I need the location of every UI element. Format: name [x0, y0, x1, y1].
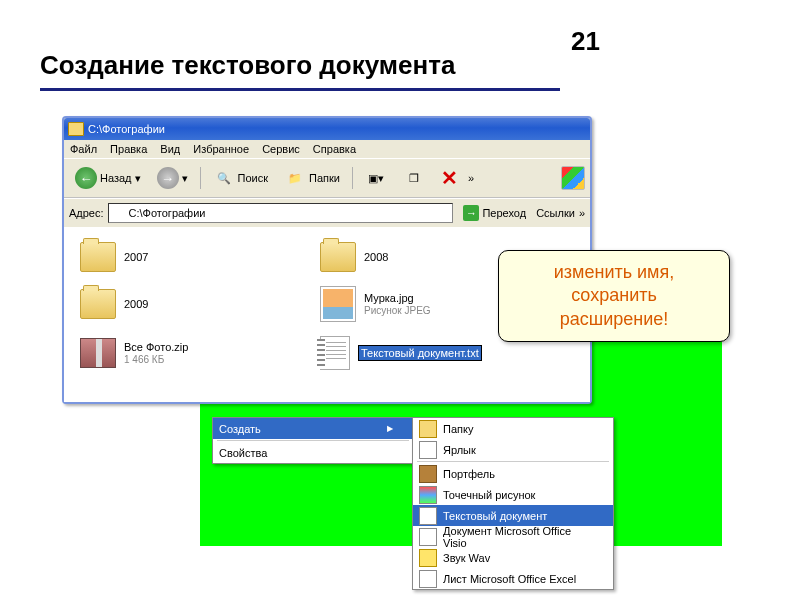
- visio-icon: [419, 528, 437, 546]
- folder-icon: [80, 242, 116, 272]
- folder-icon: [113, 208, 125, 218]
- window-title: C:\Фотографии: [88, 123, 165, 135]
- separator: [352, 167, 353, 189]
- context-menu-main: Создать ▶ Свойства: [212, 417, 414, 464]
- overflow-icon[interactable]: »: [468, 172, 474, 184]
- menu-label: Звук Wav: [443, 552, 593, 564]
- image-icon: [320, 286, 356, 322]
- excel-icon: [419, 570, 437, 588]
- menu-separator: [217, 440, 409, 441]
- file-name: Мурка.jpg: [364, 292, 414, 304]
- menu-label: Свойства: [219, 447, 393, 459]
- menu-item-properties[interactable]: Свойства: [213, 442, 413, 463]
- address-bar: Адрес: C:\Фотографии → Переход Ссылки »: [64, 198, 590, 228]
- menu-tools[interactable]: Сервис: [262, 143, 300, 155]
- folders-icon: 📁: [284, 167, 306, 189]
- folders-button[interactable]: 📁 Папки: [278, 164, 346, 192]
- back-label: Назад: [100, 172, 132, 184]
- back-arrow-icon: ←: [75, 167, 97, 189]
- menu-file[interactable]: Файл: [70, 143, 97, 155]
- menubar: Файл Правка Вид Избранное Сервис Справка: [64, 140, 590, 159]
- folders-label: Папки: [309, 172, 340, 184]
- text-doc-icon: [419, 507, 437, 525]
- views-icon: ▣▾: [365, 167, 387, 189]
- menu-label: Ярлык: [443, 444, 593, 456]
- menu-separator: [417, 461, 609, 462]
- go-label: Переход: [482, 207, 526, 219]
- search-icon: 🔍: [213, 167, 235, 189]
- links-label[interactable]: Ссылки: [536, 207, 575, 219]
- menu-label: Текстовый документ: [443, 510, 593, 522]
- folder-icon: [68, 122, 84, 136]
- delete-button[interactable]: ✕: [435, 163, 464, 193]
- titlebar[interactable]: C:\Фотографии: [64, 118, 590, 140]
- file-text: Мурка.jpg Рисунок JPEG: [364, 292, 431, 316]
- address-label: Адрес:: [69, 207, 104, 219]
- go-icon: →: [463, 205, 479, 221]
- folder-item[interactable]: 2007: [80, 242, 320, 272]
- chevron-down-icon: ▾: [135, 172, 141, 185]
- submenu-item-visio[interactable]: Документ Microsoft Office Visio: [413, 526, 613, 547]
- file-name: 2007: [124, 251, 148, 263]
- views-button[interactable]: ▣▾: [359, 164, 393, 192]
- forward-button[interactable]: → ▾: [151, 164, 194, 192]
- menu-view[interactable]: Вид: [160, 143, 180, 155]
- menu-favorites[interactable]: Избранное: [193, 143, 249, 155]
- go-button[interactable]: → Переход: [457, 202, 532, 224]
- sync-icon: ❐: [403, 167, 425, 189]
- overflow-icon[interactable]: »: [579, 207, 585, 219]
- submenu-arrow-icon: ▶: [387, 424, 393, 433]
- menu-label: Создать: [219, 423, 381, 435]
- search-button[interactable]: 🔍 Поиск: [207, 164, 274, 192]
- bitmap-icon: [419, 486, 437, 504]
- file-name: Все Фото.zip: [124, 341, 188, 353]
- file-subtitle: Рисунок JPEG: [364, 305, 431, 316]
- menu-item-create[interactable]: Создать ▶: [213, 418, 413, 439]
- zip-item[interactable]: Все Фото.zip 1 466 КБ: [80, 336, 320, 370]
- submenu-item-shortcut[interactable]: Ярлык: [413, 439, 613, 460]
- folder-item[interactable]: 2009: [80, 286, 320, 322]
- submenu-item-bitmap[interactable]: Точечный рисунок: [413, 484, 613, 505]
- menu-label: Портфель: [443, 468, 593, 480]
- menu-edit[interactable]: Правка: [110, 143, 147, 155]
- wav-icon: [419, 549, 437, 567]
- file-subtitle: 1 466 КБ: [124, 354, 164, 365]
- address-value: C:\Фотографии: [129, 207, 206, 219]
- submenu-item-excel[interactable]: Лист Microsoft Office Excel: [413, 568, 613, 589]
- submenu-item-text-document[interactable]: Текстовый документ: [413, 505, 613, 526]
- context-menu-new: Папку Ярлык Портфель Точечный рисунок Те…: [412, 417, 614, 590]
- address-input[interactable]: C:\Фотографии: [108, 203, 454, 223]
- close-icon: ✕: [441, 166, 458, 190]
- submenu-item-briefcase[interactable]: Портфель: [413, 463, 613, 484]
- page-title: Создание текстового документа: [40, 50, 455, 81]
- folder-icon: [320, 242, 356, 272]
- zip-icon: [80, 338, 116, 368]
- menu-label: Точечный рисунок: [443, 489, 593, 501]
- file-name-editing[interactable]: Текстовый документ.txt: [358, 345, 482, 361]
- forward-arrow-icon: →: [157, 167, 179, 189]
- file-name: 2009: [124, 298, 148, 310]
- briefcase-icon: [419, 465, 437, 483]
- file-name: 2008: [364, 251, 388, 263]
- callout-bubble: изменить имя, сохранить расширение!: [498, 250, 730, 342]
- menu-label: Лист Microsoft Office Excel: [443, 573, 593, 585]
- callout-line: сохранить: [571, 285, 657, 305]
- search-label: Поиск: [238, 172, 268, 184]
- submenu-item-wav[interactable]: Звук Wav: [413, 547, 613, 568]
- callout-line: расширение!: [560, 309, 669, 329]
- submenu-item-folder[interactable]: Папку: [413, 418, 613, 439]
- menu-label: Документ Microsoft Office Visio: [443, 525, 593, 549]
- back-button[interactable]: ← Назад ▾: [69, 164, 147, 192]
- separator: [200, 167, 201, 189]
- file-text: Все Фото.zip 1 466 КБ: [124, 341, 188, 365]
- windows-flag-icon: [561, 166, 585, 190]
- menu-help[interactable]: Справка: [313, 143, 356, 155]
- sync-button[interactable]: ❐: [397, 164, 431, 192]
- toolbar: ← Назад ▾ → ▾ 🔍 Поиск 📁 Папки ▣▾ ❐ ✕ »: [64, 159, 590, 198]
- menu-label: Папку: [443, 423, 593, 435]
- folder-icon: [80, 289, 116, 319]
- page-number: 21: [571, 26, 600, 57]
- callout-line: изменить имя,: [554, 262, 675, 282]
- folder-icon: [419, 420, 437, 438]
- chevron-down-icon: ▾: [182, 172, 188, 185]
